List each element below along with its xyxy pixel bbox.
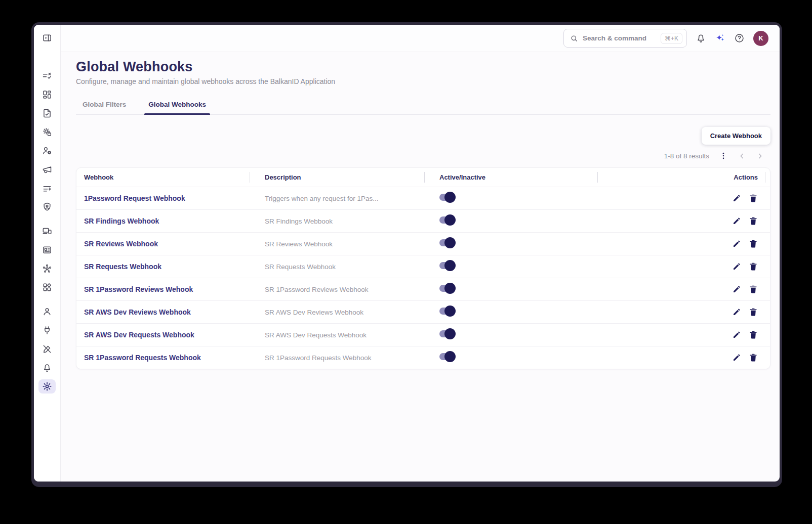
delete-webhook-button[interactable] (749, 262, 758, 271)
trash-icon (749, 330, 758, 339)
sidebar-item-user-gear[interactable] (38, 144, 56, 158)
main-area: Search & command ⌘+K K Global Web (61, 25, 780, 482)
trash-icon (749, 194, 758, 203)
delete-webhook-button[interactable] (749, 194, 758, 203)
sidebar-item-bell[interactable] (38, 361, 56, 375)
chevron-right-icon (756, 152, 764, 160)
edit-webhook-button[interactable] (732, 330, 741, 339)
edit-webhook-button[interactable] (732, 194, 741, 203)
pagination-bar: 1-8 of 8 results (76, 151, 770, 160)
ai-assistant-button[interactable] (715, 33, 725, 43)
table-row: SR AWS Dev Requests Webhook SR AWS Dev R… (76, 323, 770, 346)
pencil-icon (732, 353, 741, 362)
notifications-button[interactable] (696, 33, 706, 43)
active-toggle[interactable] (439, 194, 454, 201)
sidebar-item-gear-lock[interactable] (38, 125, 56, 139)
pagination-menu-button[interactable] (719, 151, 728, 160)
page-subtitle: Configure, manage and maintain global we… (76, 77, 770, 85)
id-badge-icon (42, 245, 52, 255)
edit-webhook-button[interactable] (732, 216, 741, 226)
megaphone-icon (42, 164, 52, 174)
apps-grid-icon (42, 282, 52, 292)
sidebar-item-hub[interactable] (38, 261, 56, 276)
tab-global-filters[interactable]: Global Filters (78, 98, 130, 114)
sidebar-item-pen[interactable] (38, 342, 56, 356)
trash-icon (749, 239, 758, 248)
table-row: SR 1Password Requests Webhook SR 1Passwo… (76, 346, 770, 369)
search-shortcut-badge: ⌘+K (661, 33, 682, 44)
edit-webhook-button[interactable] (732, 262, 741, 271)
help-icon (734, 33, 745, 43)
bell-icon (696, 33, 706, 43)
trash-icon (749, 353, 758, 362)
delete-webhook-button[interactable] (749, 216, 758, 226)
sidebar-item-megaphone[interactable] (38, 162, 56, 177)
user-gear-icon (42, 146, 52, 156)
table-row: SR Requests Webhook SR Requests Webhook (76, 255, 770, 278)
search-input[interactable]: Search & command ⌘+K (563, 29, 687, 48)
create-webhook-button[interactable]: Create Webhook (702, 127, 770, 145)
user-avatar[interactable]: K (753, 31, 768, 46)
app-window-content: Search & command ⌘+K K Global Web (34, 25, 780, 482)
sidebar-item-layout[interactable] (38, 88, 56, 102)
edit-webhook-button[interactable] (732, 353, 741, 362)
toolbar: Create Webhook (76, 127, 770, 145)
active-toggle[interactable] (439, 262, 454, 269)
active-toggle[interactable] (439, 239, 454, 246)
toggle-knob (444, 237, 456, 248)
trash-icon (749, 285, 758, 294)
tab-global-webhooks[interactable]: Global Webhooks (144, 98, 210, 114)
pencil-icon (732, 239, 741, 248)
app-window: Search & command ⌘+K K Global Web (31, 22, 782, 487)
webhook-description: Triggers when any request for 1Pas... (250, 195, 425, 202)
help-button[interactable] (734, 33, 745, 43)
sidebar-item-file-check[interactable] (38, 106, 56, 120)
sidebar-item-apps[interactable] (38, 280, 56, 294)
results-count: 1-8 of 8 results (664, 152, 709, 160)
shield-user-icon (42, 202, 52, 212)
pencil-icon (732, 262, 741, 271)
edit-webhook-button[interactable] (732, 285, 741, 294)
sidebar-expand-button[interactable] (38, 31, 56, 45)
pencil-icon (732, 330, 741, 339)
sidebar-item-devices[interactable] (38, 224, 56, 238)
list-check-icon (42, 71, 52, 81)
edit-webhook-button[interactable] (732, 308, 741, 317)
delete-webhook-button[interactable] (749, 285, 758, 294)
table-row: SR 1Password Reviews Wehook SR 1Password… (76, 278, 770, 300)
page-content: Global Webhooks Configure, manage and ma… (61, 52, 780, 482)
trash-icon (749, 262, 758, 271)
active-toggle[interactable] (439, 353, 454, 360)
desktop-background: Search & command ⌘+K K Global Web (0, 0, 812, 524)
column-header-active-inactive: Active/Inactive (425, 168, 598, 187)
active-toggle[interactable] (439, 330, 454, 337)
delete-webhook-button[interactable] (749, 353, 758, 362)
pencil-icon (732, 194, 741, 203)
active-toggle[interactable] (439, 216, 454, 224)
active-toggle[interactable] (439, 285, 454, 292)
sidebar-item-shield-user[interactable] (38, 200, 56, 214)
webhook-name: SR Reviews Webhook (76, 240, 250, 248)
edit-webhook-button[interactable] (732, 239, 741, 248)
delete-webhook-button[interactable] (749, 308, 758, 317)
tab-bar: Global Filters Global Webhooks (76, 98, 770, 115)
devices-icon (42, 226, 52, 236)
active-toggle[interactable] (439, 308, 454, 315)
sidebar-item-sliders[interactable] (38, 181, 56, 195)
sidebar-item-plug[interactable] (38, 323, 56, 337)
sparkles-icon (715, 33, 725, 43)
table-header-row: Webhook Description Active/Inactive Acti… (76, 168, 770, 187)
previous-page-button[interactable] (738, 152, 746, 160)
file-check-icon (42, 108, 52, 118)
delete-webhook-button[interactable] (749, 239, 758, 248)
sidebar-item-person[interactable] (38, 304, 56, 319)
sidebar-item-id-badge[interactable] (38, 243, 56, 257)
table-row: 1Password Request Webhook Triggers when … (76, 187, 770, 209)
sidebar-item-settings[interactable] (38, 379, 56, 394)
webhook-name: SR 1Password Reviews Wehook (76, 285, 250, 293)
next-page-button[interactable] (756, 152, 764, 160)
toggle-knob (444, 214, 456, 226)
delete-webhook-button[interactable] (749, 330, 758, 339)
bell-icon (42, 363, 52, 373)
sidebar-item-list-check[interactable] (38, 69, 56, 83)
